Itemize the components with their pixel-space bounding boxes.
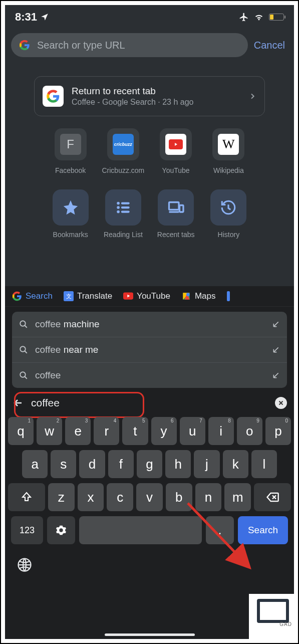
svg-point-12 (20, 321, 26, 326)
shortcut-label: YouTube (162, 166, 190, 174)
google-g-icon (19, 40, 30, 51)
numeric-key[interactable]: 123 (11, 516, 43, 544)
kb-app-translate[interactable]: 文 Translate (64, 291, 112, 301)
shift-key[interactable] (8, 483, 45, 511)
period-key[interactable]: . (206, 516, 234, 544)
kb-app-label: Translate (77, 291, 112, 301)
kb-app-overflow-icon[interactable] (227, 291, 230, 301)
key-p[interactable]: p0 (265, 417, 291, 445)
youtube-icon (165, 134, 186, 155)
svg-rect-5 (121, 210, 130, 212)
key-m[interactable]: m (224, 483, 251, 511)
key-w[interactable]: w2 (37, 417, 62, 445)
key-c[interactable]: c (107, 483, 133, 511)
maps-icon (181, 291, 191, 301)
key-n[interactable]: n (195, 483, 222, 511)
suggestion-prefix: coffee (35, 319, 61, 329)
kb-app-label: YouTube (137, 291, 170, 301)
action-reading-list[interactable]: Reading List (97, 189, 149, 239)
search-icon (19, 371, 28, 380)
suggestion-item[interactable]: coffee machine (12, 312, 287, 337)
key-z[interactable]: z (48, 483, 75, 511)
key-k[interactable]: k (223, 450, 248, 478)
svg-point-11 (186, 293, 190, 296)
action-bookmarks[interactable]: Bookmarks (44, 189, 97, 239)
svg-rect-7 (180, 205, 184, 212)
key-v[interactable]: v (136, 483, 163, 511)
key-q[interactable]: q1 (8, 417, 34, 445)
action-label: Reading List (104, 231, 143, 239)
suggestion-item[interactable]: coffee (12, 363, 287, 388)
insert-arrow-icon[interactable] (272, 346, 280, 354)
omnibar[interactable] (11, 33, 248, 57)
backspace-key[interactable] (254, 483, 291, 511)
shortcuts-grid: F Facebook cricbuzz Cricbuzz.com YouTube… (14, 128, 285, 254)
key-h[interactable]: h (165, 450, 191, 478)
key-j[interactable]: j (194, 450, 219, 478)
search-icon (19, 320, 28, 329)
suggestion-item[interactable]: coffee near me (12, 337, 287, 363)
shortcut-youtube[interactable]: YouTube (150, 128, 202, 174)
key-o[interactable]: o9 (237, 417, 262, 445)
back-arrow-icon[interactable] (12, 397, 24, 409)
list-icon (115, 199, 132, 216)
google-g-icon (12, 291, 22, 301)
home-indicator[interactable] (105, 633, 195, 636)
gear-icon (56, 525, 67, 536)
shortcut-wikipedia[interactable]: W Wikipedia (202, 128, 255, 174)
action-history[interactable]: History (202, 189, 255, 239)
wifi-icon (254, 13, 264, 21)
omnibar-input[interactable] (37, 40, 240, 51)
youtube-icon (123, 291, 133, 301)
kb-app-maps[interactable]: Maps (181, 291, 216, 301)
space-key[interactable] (79, 516, 202, 544)
keyboard: q1w2e3r4t5y6u7i8o9p0 asdfghjkl zxcvbnm 1… (5, 414, 294, 549)
key-g[interactable]: g (137, 450, 162, 478)
shortcut-facebook[interactable]: F Facebook (44, 128, 97, 174)
key-u[interactable]: u7 (180, 417, 205, 445)
shortcut-label: Cricbuzz.com (102, 166, 144, 174)
key-r[interactable]: r4 (94, 417, 119, 445)
star-icon (62, 199, 79, 216)
kb-app-search[interactable]: Search (12, 291, 53, 301)
suggestion-list: coffee machine coffee near me coffee (12, 312, 287, 388)
key-b[interactable]: b (166, 483, 192, 511)
shortcut-label: Facebook (55, 166, 86, 174)
clear-query-button[interactable] (275, 397, 287, 409)
insert-arrow-icon[interactable] (272, 371, 280, 379)
key-i[interactable]: i8 (208, 417, 234, 445)
kb-app-youtube[interactable]: YouTube (123, 291, 170, 301)
key-e[interactable]: e3 (65, 417, 91, 445)
recent-tab-card[interactable]: Return to recent tab Coffee - Google Sea… (34, 76, 265, 116)
watermark: GAD (249, 594, 294, 639)
svg-point-14 (20, 372, 26, 377)
action-recent-tabs[interactable]: Recent tabs (150, 189, 202, 239)
google-g-icon (46, 89, 60, 103)
key-d[interactable]: d (79, 450, 105, 478)
key-y[interactable]: y6 (151, 417, 177, 445)
svg-point-4 (117, 210, 120, 213)
cricbuzz-icon: cricbuzz (113, 134, 134, 155)
key-l[interactable]: l (251, 450, 277, 478)
search-icon (19, 345, 28, 354)
key-s[interactable]: s (51, 450, 76, 478)
search-key[interactable]: Search (238, 516, 288, 544)
key-x[interactable]: x (78, 483, 104, 511)
cancel-button[interactable]: Cancel (254, 40, 288, 51)
chevron-right-icon (248, 92, 256, 100)
suggestion-completion: near me (61, 344, 98, 355)
settings-key[interactable] (47, 516, 75, 544)
key-a[interactable]: a (22, 450, 48, 478)
letter-f-icon: F (60, 134, 81, 155)
key-t[interactable]: t5 (122, 417, 148, 445)
key-f[interactable]: f (108, 450, 134, 478)
translate-icon: 文 (64, 291, 74, 301)
svg-point-0 (117, 202, 120, 205)
globe-icon[interactable] (17, 557, 32, 572)
insert-arrow-icon[interactable] (272, 320, 280, 328)
wikipedia-icon: W (218, 134, 239, 155)
keyboard-query-row: coffee (5, 393, 294, 414)
kb-app-label: Maps (195, 291, 216, 301)
shortcut-cricbuzz[interactable]: cricbuzz Cricbuzz.com (97, 128, 149, 174)
svg-text:文: 文 (66, 293, 71, 299)
